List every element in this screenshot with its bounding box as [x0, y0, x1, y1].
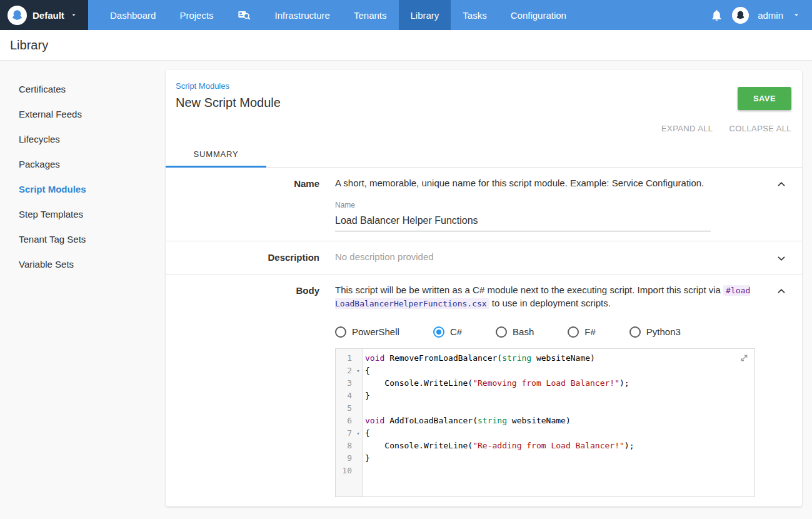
section-name-label: Name [176, 177, 335, 231]
save-button[interactable]: SAVE [738, 87, 791, 110]
language-radio-c[interactable]: C# [433, 326, 462, 338]
bell-icon [710, 9, 723, 22]
fold-arrow-icon[interactable]: ▾ [354, 427, 363, 440]
radio-icon[interactable] [629, 326, 641, 338]
line-number: 5 [336, 402, 354, 415]
user-avatar[interactable] [732, 7, 749, 24]
code-text[interactable]: void AddToLoadBalancer(string websiteNam… [363, 415, 754, 427]
expand-editor-button[interactable] [739, 353, 749, 365]
line-number: 10 [336, 465, 354, 477]
sidebar-item-external-feeds[interactable]: External Feeds [19, 102, 166, 127]
radio-selected-icon[interactable] [433, 326, 444, 338]
language-radio-label: Bash [513, 326, 534, 338]
code-line-9: 9} [336, 452, 754, 465]
fold-gutter-spacer [354, 352, 363, 365]
nav-item-library[interactable]: Library [399, 0, 451, 30]
nav-item-dashboard[interactable]: Dashboard [98, 0, 168, 30]
collapse-all-button[interactable]: COLLAPSE ALL [729, 124, 791, 133]
nav-item-infrastructure[interactable]: Infrastructure [263, 0, 342, 30]
line-number: 2 [336, 365, 354, 377]
section-body-label: Body [176, 284, 335, 497]
language-radio-powershell[interactable]: PowerShell [335, 326, 399, 338]
name-field-label: Name [335, 200, 767, 210]
line-number: 4 [336, 390, 354, 402]
sidebar-item-step-templates[interactable]: Step Templates [19, 202, 166, 227]
collapse-body-section-button[interactable] [767, 284, 796, 497]
nav-item-tasks[interactable]: Tasks [451, 0, 498, 30]
line-number: 1 [336, 352, 354, 365]
nav-item-projects[interactable]: Projects [168, 0, 225, 30]
code-line-4: 4} [336, 390, 754, 402]
fold-gutter-spacer [354, 440, 363, 452]
chevron-up-icon [775, 285, 788, 298]
expand-all-button[interactable]: EXPAND ALL [661, 124, 713, 133]
code-editor[interactable]: 1void RemoveFromLoadBalancer(string webs… [335, 348, 755, 497]
library-sidebar: CertificatesExternal FeedsLifecyclesPack… [0, 60, 166, 277]
code-text[interactable]: Console.WriteLine("Re-adding from Load B… [363, 440, 754, 452]
radio-icon[interactable] [335, 326, 346, 338]
radio-icon[interactable] [496, 326, 507, 338]
code-text[interactable]: void RemoveFromLoadBalancer(string websi… [363, 352, 754, 365]
breadcrumb[interactable]: Script Modules [176, 81, 229, 91]
user-menu-chevron-icon[interactable] [792, 11, 801, 19]
language-radio-label: C# [450, 326, 462, 338]
space-name: Default [33, 10, 64, 21]
name-field: Name [335, 200, 767, 231]
code-line-2: 2▾{ [336, 365, 754, 377]
line-number: 6 [336, 415, 354, 427]
code-text[interactable]: Console.WriteLine("Removing from Load Ba… [363, 377, 754, 390]
code-line-8: 8 Console.WriteLine("Re-adding from Load… [336, 440, 754, 452]
nav-item-tenants[interactable]: Tenants [342, 0, 399, 30]
notifications-button[interactable] [710, 9, 723, 22]
sidebar-item-script-modules[interactable]: Script Modules [19, 177, 166, 202]
nav-item-configuration[interactable]: Configuration [499, 0, 578, 30]
language-radio-python3[interactable]: Python3 [629, 326, 681, 338]
chevron-up-icon [775, 178, 788, 191]
language-radio-f[interactable]: F# [568, 326, 596, 338]
chevron-down-icon [70, 11, 78, 19]
code-line-5: 5 [336, 402, 754, 415]
fold-gutter-spacer [354, 402, 363, 415]
tab-bar: SUMMARY [166, 141, 802, 168]
space-switcher[interactable]: Default [0, 0, 88, 30]
expand-description-section-button[interactable] [767, 251, 796, 265]
code-text[interactable] [363, 465, 754, 477]
collapse-name-section-button[interactable] [767, 177, 796, 231]
section-body: Body This script will be be written as a… [166, 274, 802, 506]
language-radio-label: Python3 [646, 326, 681, 338]
fold-arrow-icon[interactable]: ▾ [354, 365, 363, 377]
fold-gutter-spacer [354, 465, 363, 477]
sidebar-item-tenant-tag-sets[interactable]: Tenant Tag Sets [19, 227, 166, 252]
language-radio-bash[interactable]: Bash [496, 326, 534, 338]
expand-diagonal-icon [739, 353, 749, 363]
user-name[interactable]: admin [758, 10, 783, 21]
expand-collapse-row: EXPAND ALL COLLAPSE ALL [176, 124, 792, 133]
code-text[interactable]: } [363, 390, 754, 402]
sidebar-item-lifecycles[interactable]: Lifecycles [19, 127, 166, 152]
section-description: Description No description provided [166, 241, 802, 274]
primary-nav: DashboardProjectsInfrastructureTenantsLi… [98, 0, 578, 30]
fold-gutter-spacer [354, 377, 363, 390]
fold-gutter-spacer [354, 415, 363, 427]
sidebar-item-certificates[interactable]: Certificates [19, 77, 166, 102]
page-title: Library [10, 38, 48, 53]
content-layout: CertificatesExternal FeedsLifecyclesPack… [0, 60, 812, 506]
tab-summary[interactable]: SUMMARY [166, 141, 266, 168]
sidebar-item-packages[interactable]: Packages [19, 152, 166, 177]
radio-icon[interactable] [568, 326, 579, 338]
code-text[interactable]: { [363, 427, 754, 440]
name-input[interactable] [335, 211, 711, 231]
line-number: 3 [336, 377, 354, 390]
body-help-text: This script will be be written as a C# m… [335, 284, 759, 310]
code-line-3: 3 Console.WriteLine("Removing from Load … [336, 377, 754, 390]
code-text[interactable]: { [363, 365, 754, 377]
language-radio-group: PowerShellC#BashF#Python3 [335, 326, 767, 338]
description-placeholder[interactable]: No description provided [335, 251, 767, 265]
language-radio-label: F# [584, 326, 596, 338]
line-number: 7 [336, 427, 354, 440]
code-text[interactable]: } [363, 452, 754, 465]
code-text[interactable] [363, 402, 754, 415]
nav-item-search[interactable] [226, 0, 263, 30]
name-help-text: A short, memorable, unique name for this… [335, 177, 759, 189]
sidebar-item-variable-sets[interactable]: Variable Sets [19, 252, 166, 277]
